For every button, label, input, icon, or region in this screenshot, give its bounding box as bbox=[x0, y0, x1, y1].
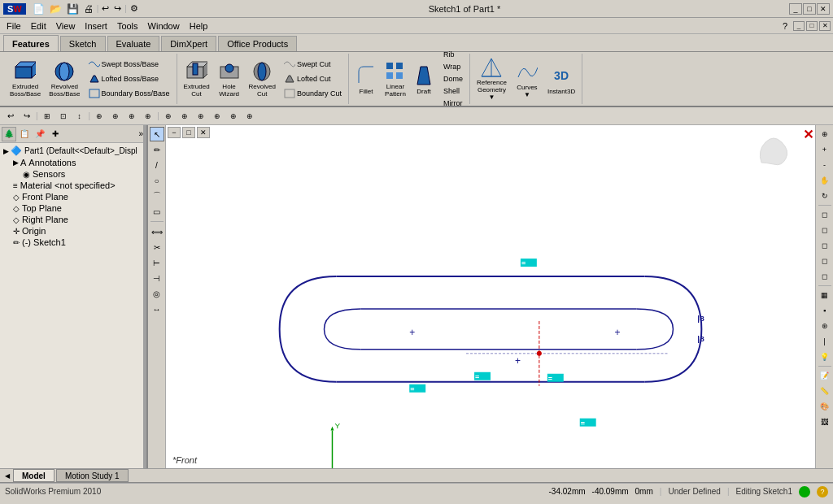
minimize-window-btn[interactable]: _ bbox=[793, 21, 805, 31]
extruded-cut-btn[interactable]: ExtrudedCut bbox=[181, 55, 213, 102]
pt-btn3[interactable]: 📌 bbox=[33, 127, 47, 141]
lst-mirror[interactable]: ⊣ bbox=[150, 271, 164, 285]
sub-tb-s10[interactable]: ⊕ bbox=[242, 109, 257, 124]
rt-display3[interactable]: ⊛ bbox=[818, 319, 832, 333]
pt-btn4[interactable]: ✚ bbox=[48, 127, 63, 141]
rt-note[interactable]: 📝 bbox=[818, 368, 832, 383]
viewport[interactable]: − □ ✕ ✕ bbox=[166, 125, 815, 468]
lst-sketch[interactable]: ✏ bbox=[150, 142, 164, 157]
reference-geometry-btn[interactable]: ReferenceGeometry ▼ bbox=[473, 55, 510, 102]
pt-btn2[interactable]: 📋 bbox=[17, 127, 32, 141]
fillet-btn[interactable]: Fillet bbox=[352, 55, 380, 102]
tree-annotations[interactable]: ▶ A Annotations bbox=[2, 157, 145, 168]
wrap-btn[interactable]: Wrap bbox=[440, 61, 466, 72]
tab-scroll-left[interactable]: ◀ bbox=[3, 472, 11, 480]
sub-tb-view2[interactable]: ⊡ bbox=[56, 109, 71, 124]
close-btn[interactable]: ✕ bbox=[817, 3, 830, 15]
undo-btn[interactable]: ↩ bbox=[100, 2, 111, 15]
lst-smart-dim[interactable]: ⟺ bbox=[150, 224, 164, 239]
maximize-btn[interactable]: □ bbox=[803, 3, 816, 15]
lst-offset[interactable]: ◎ bbox=[150, 286, 164, 301]
tree-right-plane[interactable]: ◇ Right Plane bbox=[2, 214, 145, 225]
sub-tb-snap3[interactable]: ⊕ bbox=[124, 109, 139, 124]
boundary-boss-base-btn[interactable]: Boundary Boss/Base bbox=[85, 87, 173, 101]
rt-lights[interactable]: 💡 bbox=[818, 350, 832, 364]
view-corner-btn2[interactable]: □ bbox=[182, 127, 195, 138]
rt-zoom-out[interactable]: - bbox=[818, 158, 832, 172]
lst-rect[interactable]: ▭ bbox=[150, 204, 164, 219]
lst-extend[interactable]: ⊢ bbox=[150, 255, 164, 270]
tree-sketch1[interactable]: ✏ (-) Sketch1 bbox=[2, 237, 145, 248]
restore-window-btn[interactable]: □ bbox=[806, 21, 818, 31]
sub-tb-s9[interactable]: ⊕ bbox=[226, 109, 241, 124]
mirror-btn[interactable]: Mirror bbox=[440, 98, 466, 109]
close-window-btn[interactable]: ✕ bbox=[819, 21, 831, 31]
linear-pattern-btn[interactable]: LinearPattern bbox=[382, 55, 409, 102]
menu-tools[interactable]: Tools bbox=[112, 20, 143, 33]
instant3d-btn[interactable]: 3D Instant3D bbox=[544, 55, 578, 102]
status-icon-help[interactable]: ? bbox=[817, 486, 828, 497]
tree-material[interactable]: ≡ Material <not specified> bbox=[2, 180, 145, 191]
rt-rotate[interactable]: ↻ bbox=[818, 189, 832, 203]
menu-file[interactable]: File bbox=[2, 20, 26, 33]
tree-top-plane[interactable]: ◇ Top Plane bbox=[2, 202, 145, 214]
minimize-btn[interactable]: _ bbox=[789, 3, 802, 15]
lst-convert[interactable]: ↔ bbox=[150, 302, 164, 316]
boundary-cut-btn[interactable]: Boundary Cut bbox=[281, 87, 345, 101]
rib-btn[interactable]: Rib bbox=[440, 49, 466, 60]
status-icon-green[interactable] bbox=[799, 486, 810, 497]
sw-logo[interactable]: SW bbox=[3, 3, 26, 15]
save-btn[interactable]: 💾 bbox=[65, 2, 81, 15]
menu-window[interactable]: Window bbox=[143, 20, 185, 33]
redo-btn[interactable]: ↪ bbox=[112, 2, 123, 15]
options-btn[interactable]: ⚙ bbox=[129, 2, 140, 15]
tree-origin[interactable]: ✛ Origin bbox=[2, 225, 145, 237]
rt-section[interactable]: | bbox=[818, 334, 832, 349]
sub-toolbar-btn1[interactable]: ↩ bbox=[3, 109, 18, 124]
swept-boss-base-btn[interactable]: Swept Boss/Base bbox=[85, 58, 173, 72]
rt-appear[interactable]: 🎨 bbox=[818, 399, 832, 414]
sub-tb-s5[interactable]: ⊕ bbox=[161, 109, 176, 124]
menu-help[interactable]: Help bbox=[185, 20, 213, 33]
tab-sketch[interactable]: Sketch bbox=[60, 36, 106, 51]
shell-btn[interactable]: Shell bbox=[440, 85, 466, 97]
tab-office-products[interactable]: Office Products bbox=[218, 36, 297, 51]
new-btn[interactable]: 📄 bbox=[31, 2, 46, 15]
lst-arc[interactable]: ⌒ bbox=[150, 189, 164, 203]
print-btn[interactable]: 🖨 bbox=[82, 2, 95, 15]
sub-toolbar-btn2[interactable]: ↪ bbox=[20, 109, 34, 124]
rt-view2[interactable]: ◻ bbox=[818, 223, 832, 237]
rt-measure[interactable]: 📏 bbox=[818, 384, 832, 398]
menu-insert[interactable]: Insert bbox=[80, 20, 112, 33]
viewport-close-btn[interactable]: ✕ bbox=[803, 127, 813, 142]
rt-view3[interactable]: ◻ bbox=[818, 238, 832, 253]
revolved-boss-base-btn[interactable]: RevolvedBoss/Base bbox=[46, 55, 83, 102]
sub-tb-s6[interactable]: ⊕ bbox=[177, 109, 192, 124]
sub-tb-snap1[interactable]: ⊕ bbox=[92, 109, 107, 124]
extruded-boss-base-btn[interactable]: ExtrudedBoss/Base bbox=[7, 55, 44, 102]
lst-trim[interactable]: ✂ bbox=[150, 240, 164, 254]
tab-evaluate[interactable]: Evaluate bbox=[107, 36, 160, 51]
menu-edit[interactable]: Edit bbox=[26, 20, 51, 33]
sub-tb-snap2[interactable]: ⊕ bbox=[108, 109, 123, 124]
lst-circle[interactable]: ○ bbox=[150, 173, 164, 188]
rt-pan[interactable]: ✋ bbox=[818, 173, 832, 188]
draft-btn[interactable]: Draft bbox=[411, 55, 437, 102]
lst-select[interactable]: ↖ bbox=[150, 127, 164, 141]
revolved-cut-btn[interactable]: RevolvedCut bbox=[246, 55, 279, 102]
rt-zoom-fit[interactable]: ⊕ bbox=[818, 127, 832, 141]
rt-render[interactable]: 🖼 bbox=[818, 415, 832, 429]
view-corner-btn1[interactable]: − bbox=[168, 127, 181, 138]
tab-motion-study[interactable]: Motion Study 1 bbox=[56, 469, 129, 482]
tab-features[interactable]: Features bbox=[3, 35, 59, 51]
lofted-cut-btn[interactable]: Lofted Cut bbox=[281, 72, 345, 86]
view-corner-btn3[interactable]: ✕ bbox=[197, 127, 210, 138]
open-btn[interactable]: 📂 bbox=[48, 2, 63, 15]
sub-tb-s8[interactable]: ⊕ bbox=[210, 109, 225, 124]
sub-tb-view1[interactable]: ⊞ bbox=[40, 109, 55, 124]
tree-front-plane[interactable]: ◇ Front Plane bbox=[2, 191, 145, 202]
sub-tb-snap4[interactable]: ⊕ bbox=[141, 109, 155, 124]
dome-btn[interactable]: Dome bbox=[440, 73, 466, 85]
menu-view[interactable]: View bbox=[51, 20, 81, 33]
tab-model[interactable]: Model bbox=[13, 469, 55, 482]
